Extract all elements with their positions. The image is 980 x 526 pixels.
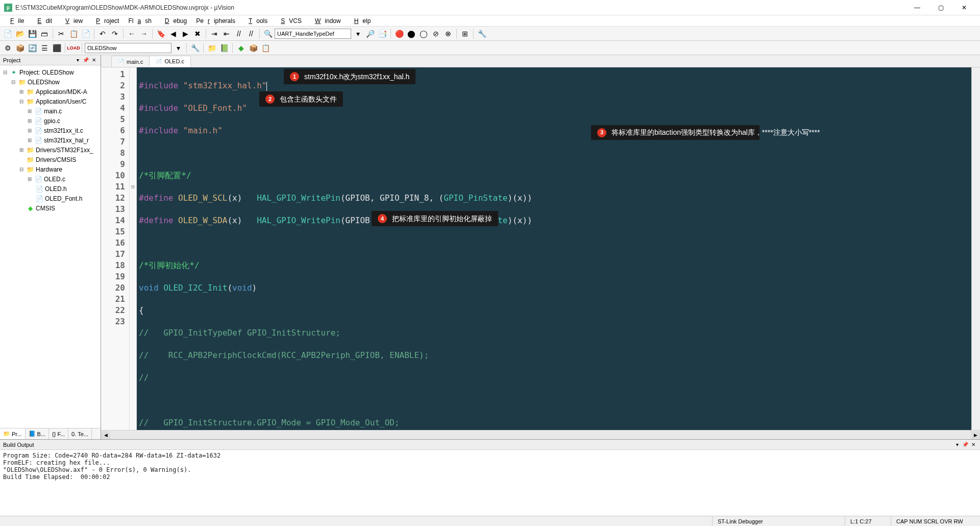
tab-oled-c[interactable]: 📄OLED.c [149, 56, 191, 67]
maximize-button[interactable]: ▢ [929, 0, 952, 15]
paste-icon[interactable]: 📄 [80, 28, 91, 39]
copy-icon[interactable]: 📋 [68, 28, 79, 39]
batch-build-icon[interactable]: ☰ [39, 42, 50, 54]
bookmark-clear-icon[interactable]: ✖ [192, 28, 203, 39]
tree-file[interactable]: 📄OLED_Font.h [0, 194, 101, 203]
scroll-left-icon[interactable]: ◀ [101, 431, 110, 439]
output-pin-icon[interactable]: 📌 [962, 441, 969, 448]
code-editor[interactable]: 1234567891011121314151617181920212223 ⊟ … [101, 67, 980, 430]
tree-file[interactable]: ⊞📄stm32f1xx_it.c [0, 126, 101, 135]
tree-group-user[interactable]: ⊟📁Application/User/C [0, 97, 101, 106]
scroll-right-icon[interactable]: ▶ [971, 431, 980, 439]
configure-icon[interactable]: 🔧 [476, 28, 487, 39]
select-packs-icon[interactable]: 📋 [260, 42, 271, 54]
tree-group-drivers-hal[interactable]: ⊞📁Drivers/STM32F1xx_ [0, 145, 101, 155]
file-ext-icon[interactable]: 📁 [206, 42, 217, 54]
target-dropdown-icon[interactable]: ▾ [173, 42, 184, 54]
rte-icon[interactable]: ◆ [235, 42, 247, 54]
uncomment-icon[interactable]: // [246, 28, 257, 39]
app-icon: µ [4, 4, 12, 12]
project-tree[interactable]: ⊟✦Project: OLEDShow ⊟📁OLEDShow ⊞📁Applica… [0, 65, 101, 428]
find-in-files-icon[interactable]: 🔎 [364, 28, 376, 39]
panel-tab-project[interactable]: 📁Pr... [0, 428, 26, 439]
debug-start-icon[interactable]: 🔴 [394, 28, 405, 39]
tree-file[interactable]: ⊞📄main.c [0, 106, 101, 116]
target-combo[interactable] [85, 43, 172, 53]
stop-build-icon[interactable]: ⬛ [51, 42, 62, 54]
menu-edit[interactable]: Edit [29, 16, 56, 26]
pack-installer-icon[interactable]: 📦 [248, 42, 259, 54]
nav-back-icon[interactable]: ← [126, 28, 137, 39]
save-icon[interactable]: 💾 [27, 28, 38, 39]
panel-tab-templates[interactable]: 0.Te... [68, 428, 92, 439]
code-content[interactable]: #include "stm32f1xx_hal.h" #include "OLE… [137, 67, 971, 430]
find-combo[interactable] [275, 29, 351, 39]
redo-icon[interactable]: ↷ [109, 28, 120, 39]
menu-window[interactable]: Window [307, 16, 345, 26]
panel-tab-functions[interactable]: {}F... [49, 428, 68, 439]
panel-pin-icon[interactable]: 📌 [82, 57, 89, 64]
bookmark-next-icon[interactable]: ▶ [180, 28, 191, 39]
vertical-scrollbar[interactable] [971, 67, 980, 430]
panel-close-icon[interactable]: ✕ [90, 57, 97, 64]
status-empty [2, 516, 713, 526]
menu-project[interactable]: Project [88, 16, 123, 26]
minimize-button[interactable]: — [905, 0, 929, 15]
tree-file[interactable]: 📄OLED.h [0, 184, 101, 194]
output-close-icon[interactable]: ✕ [970, 441, 977, 448]
menu-help[interactable]: Help [346, 16, 375, 26]
editor-area: 📄main.c 📄OLED.c 123456789101112131415161… [101, 55, 980, 439]
undo-icon[interactable]: ↶ [97, 28, 108, 39]
outdent-icon[interactable]: ⇤ [221, 28, 232, 39]
enable-breakpoint-icon[interactable]: ◯ [418, 28, 429, 39]
menu-svcs[interactable]: SVCS [273, 16, 306, 26]
menu-view[interactable]: View [57, 16, 87, 26]
menu-flash[interactable]: Flash [124, 16, 155, 26]
tree-file[interactable]: ⊞📄OLED.c [0, 174, 101, 184]
menu-peripherals[interactable]: Peripherals [192, 16, 239, 26]
menu-tools[interactable]: Tools [240, 16, 272, 26]
tree-group-hardware[interactable]: ⊟📁Hardware [0, 164, 101, 174]
kill-breakpoints-icon[interactable]: ⊗ [443, 28, 454, 39]
fold-column[interactable]: ⊟ [130, 67, 137, 430]
find-dropdown-icon[interactable]: ▾ [352, 28, 363, 39]
menu-debug[interactable]: Debug [157, 16, 191, 26]
tree-file[interactable]: ⊞📄stm32f1xx_hal_r [0, 135, 101, 145]
download-icon[interactable]: LOAD [68, 42, 79, 54]
menu-file[interactable]: File [2, 16, 28, 26]
translate-icon[interactable]: ⚙ [2, 42, 13, 54]
comment-icon[interactable]: // [233, 28, 244, 39]
output-dropdown-icon[interactable]: ▾ [953, 441, 961, 448]
manage-env-icon[interactable]: 📗 [218, 42, 230, 54]
save-all-icon[interactable]: 🗃 [39, 28, 50, 39]
tab-main-c[interactable]: 📄main.c [111, 56, 150, 67]
window-layout-icon[interactable]: ⊞ [459, 28, 471, 39]
find-icon[interactable]: 🔍 [262, 28, 274, 39]
panel-tab-books[interactable]: 📘B... [26, 428, 50, 439]
build-output-text[interactable]: Program Size: Code=2740 RO-data=284 RW-d… [0, 450, 980, 516]
horizontal-scrollbar[interactable]: ◀ ▶ [101, 430, 980, 439]
panel-dropdown-icon[interactable]: ▾ [74, 57, 81, 64]
close-button[interactable]: ✕ [952, 0, 976, 15]
disable-breakpoint-icon[interactable]: ⊘ [430, 28, 442, 39]
bookmark-icon[interactable]: 🔖 [155, 28, 166, 39]
incremental-find-icon[interactable]: 📑 [377, 28, 388, 39]
tree-file[interactable]: ⊞📄gpio.c [0, 116, 101, 126]
build-icon[interactable]: 📦 [14, 42, 26, 54]
insert-breakpoint-icon[interactable]: ⬤ [406, 28, 417, 39]
open-file-icon[interactable]: 📂 [14, 28, 26, 39]
tree-target[interactable]: ⊟📁OLEDShow [0, 77, 101, 87]
rebuild-icon[interactable]: 🔄 [27, 42, 38, 54]
tree-group-mdk[interactable]: ⊞📁Application/MDK-A [0, 87, 101, 97]
bookmark-prev-icon[interactable]: ◀ [167, 28, 179, 39]
new-file-icon[interactable]: 📄 [2, 28, 13, 39]
tree-group-cmsis[interactable]: 📁Drivers/CMSIS [0, 155, 101, 164]
options-icon[interactable]: 🔧 [189, 42, 201, 54]
nav-fwd-icon[interactable]: → [138, 28, 150, 39]
indent-icon[interactable]: ⇥ [209, 28, 220, 39]
cut-icon[interactable]: ✂ [56, 28, 67, 39]
tree-cmsis-component[interactable]: ◆CMSIS [0, 203, 101, 213]
tree-project-root[interactable]: ⊟✦Project: OLEDShow [0, 67, 101, 77]
toolbar-build: ⚙ 📦 🔄 ☰ ⬛ LOAD ▾ 🔧 📁 📗 ◆ 📦 📋 [0, 41, 980, 55]
toolbar-main: 📄 📂 💾 🗃 ✂ 📋 📄 ↶ ↷ ← → 🔖 ◀ ▶ ✖ ⇥ ⇤ // // … [0, 27, 980, 41]
